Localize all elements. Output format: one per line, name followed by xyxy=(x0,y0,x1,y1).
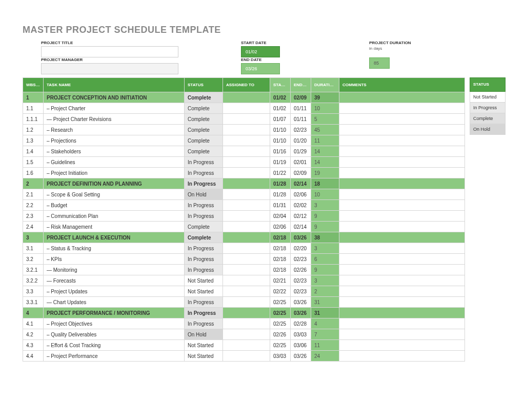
assigned-cell[interactable] xyxy=(223,318,270,329)
start-cell[interactable]: 02/25 xyxy=(270,318,291,329)
project-title-input[interactable] xyxy=(41,46,178,57)
assigned-cell[interactable] xyxy=(223,243,270,254)
assigned-cell[interactable] xyxy=(223,146,270,157)
table-row[interactable]: 2.3Communication PlanIn Progress02/0402/… xyxy=(23,211,465,222)
end-cell[interactable]: 03/03 xyxy=(291,329,311,340)
wbs-cell[interactable]: 2.4 xyxy=(23,222,44,232)
assigned-cell[interactable] xyxy=(223,178,270,189)
wbs-cell[interactable]: 4 xyxy=(23,308,44,318)
status-cell[interactable]: Complete xyxy=(185,114,223,125)
status-cell[interactable]: Complete xyxy=(185,92,223,103)
duration-cell[interactable]: 3 xyxy=(311,275,339,286)
duration-cell[interactable]: 4 xyxy=(311,318,339,329)
duration-cell[interactable]: 3 xyxy=(311,200,339,211)
start-cell[interactable]: 02/25 xyxy=(270,308,291,318)
task-cell[interactable]: Project Objectives xyxy=(44,318,185,329)
end-cell[interactable]: 02/28 xyxy=(291,318,311,329)
task-cell[interactable]: Project Updates xyxy=(44,286,185,297)
table-row[interactable]: 1.2ResearchComplete01/1002/2345 xyxy=(23,125,465,135)
table-row[interactable]: 3.2.1MonitoringIn Progress02/1802/269 xyxy=(23,265,465,275)
end-cell[interactable]: 02/14 xyxy=(291,178,311,189)
comments-cell[interactable] xyxy=(339,200,465,211)
task-cell[interactable]: Communication Plan xyxy=(44,211,185,222)
end-cell[interactable]: 02/02 xyxy=(291,200,311,211)
status-cell[interactable]: Complete xyxy=(185,222,223,232)
status-cell[interactable]: In Progress xyxy=(185,308,223,318)
table-row[interactable]: 1.1Project CharterComplete01/0201/1110 xyxy=(23,103,465,114)
table-row[interactable]: 3.2KPIsIn Progress02/1802/236 xyxy=(23,254,465,265)
end-cell[interactable]: 02/06 xyxy=(291,189,311,200)
comments-cell[interactable] xyxy=(339,275,465,286)
end-cell[interactable]: 02/23 xyxy=(291,254,311,265)
status-cell[interactable]: Complete xyxy=(185,103,223,114)
wbs-cell[interactable]: 2.2 xyxy=(23,200,44,211)
assigned-cell[interactable] xyxy=(223,125,270,135)
status-cell[interactable]: In Progress xyxy=(185,243,223,254)
status-cell[interactable]: In Progress xyxy=(185,211,223,222)
wbs-cell[interactable]: 1.1 xyxy=(23,103,44,114)
start-cell[interactable]: 01/02 xyxy=(270,103,291,114)
table-row[interactable]: 1.1.1Project Charter RevisionsComplete01… xyxy=(23,114,465,125)
table-row[interactable]: 1.5GuidelinesIn Progress01/1902/0114 xyxy=(23,157,465,168)
comments-cell[interactable] xyxy=(339,318,465,329)
assigned-cell[interactable] xyxy=(223,222,270,232)
task-cell[interactable]: Monitoring xyxy=(44,265,185,275)
task-cell[interactable]: KPIs xyxy=(44,254,185,265)
table-row[interactable]: 4.1Project ObjectivesIn Progress02/2502/… xyxy=(23,318,465,329)
start-cell[interactable]: 02/25 xyxy=(270,297,291,308)
status-cell[interactable]: Complete xyxy=(185,232,223,243)
start-cell[interactable]: 02/25 xyxy=(270,340,291,351)
end-cell[interactable]: 02/01 xyxy=(291,157,311,168)
table-section-row[interactable]: 4PROJECT PERFORMANCE / MONITORINGIn Prog… xyxy=(23,308,465,318)
wbs-cell[interactable]: 1.3 xyxy=(23,135,44,146)
task-cell[interactable]: Scope & Goal Setting xyxy=(44,189,185,200)
comments-cell[interactable] xyxy=(339,243,465,254)
duration-cell[interactable]: 9 xyxy=(311,265,339,275)
assigned-cell[interactable] xyxy=(223,168,270,178)
table-row[interactable]: 3.3Project UpdatesNot Started02/2202/232 xyxy=(23,286,465,297)
duration-cell[interactable]: 5 xyxy=(311,114,339,125)
start-cell[interactable]: 01/28 xyxy=(270,178,291,189)
duration-cell[interactable]: 31 xyxy=(311,308,339,318)
duration-cell[interactable]: 9 xyxy=(311,211,339,222)
end-cell[interactable]: 03/26 xyxy=(291,297,311,308)
assigned-cell[interactable] xyxy=(223,232,270,243)
end-cell[interactable]: 01/20 xyxy=(291,135,311,146)
wbs-cell[interactable]: 3.3.1 xyxy=(23,297,44,308)
assigned-cell[interactable] xyxy=(223,329,270,340)
start-cell[interactable]: 02/04 xyxy=(270,211,291,222)
task-cell[interactable]: PROJECT PERFORMANCE / MONITORING xyxy=(44,308,185,318)
wbs-cell[interactable]: 1.1.1 xyxy=(23,114,44,125)
end-cell[interactable]: 02/23 xyxy=(291,275,311,286)
wbs-cell[interactable]: 1.5 xyxy=(23,157,44,168)
duration-cell[interactable]: 38 xyxy=(311,232,339,243)
task-cell[interactable]: Status & Tracking xyxy=(44,243,185,254)
start-cell[interactable]: 01/10 xyxy=(270,135,291,146)
duration-cell[interactable]: 6 xyxy=(311,254,339,265)
task-cell[interactable]: Guidelines xyxy=(44,157,185,168)
wbs-cell[interactable]: 1.2 xyxy=(23,125,44,135)
wbs-cell[interactable]: 3.2 xyxy=(23,254,44,265)
comments-cell[interactable] xyxy=(339,157,465,168)
project-manager-input[interactable] xyxy=(41,63,178,74)
duration-cell[interactable]: 7 xyxy=(311,329,339,340)
task-cell[interactable]: Project Initiation xyxy=(44,168,185,178)
start-cell[interactable]: 02/18 xyxy=(270,232,291,243)
wbs-cell[interactable]: 4.3 xyxy=(23,340,44,351)
table-row[interactable]: 3.1Status & TrackingIn Progress02/1802/2… xyxy=(23,243,465,254)
comments-cell[interactable] xyxy=(339,232,465,243)
duration-cell[interactable]: 10 xyxy=(311,103,339,114)
assigned-cell[interactable] xyxy=(223,351,270,362)
wbs-cell[interactable]: 2 xyxy=(23,178,44,189)
assigned-cell[interactable] xyxy=(223,200,270,211)
task-cell[interactable]: Stakeholders xyxy=(44,146,185,157)
start-cell[interactable]: 01/16 xyxy=(270,146,291,157)
comments-cell[interactable] xyxy=(339,265,465,275)
status-cell[interactable]: In Progress xyxy=(185,157,223,168)
comments-cell[interactable] xyxy=(339,308,465,318)
comments-cell[interactable] xyxy=(339,254,465,265)
end-cell[interactable]: 03/26 xyxy=(291,351,311,362)
wbs-cell[interactable]: 1.4 xyxy=(23,146,44,157)
status-cell[interactable]: In Progress xyxy=(185,178,223,189)
table-row[interactable]: 4.4Project PerformanceNot Started03/0303… xyxy=(23,351,465,362)
